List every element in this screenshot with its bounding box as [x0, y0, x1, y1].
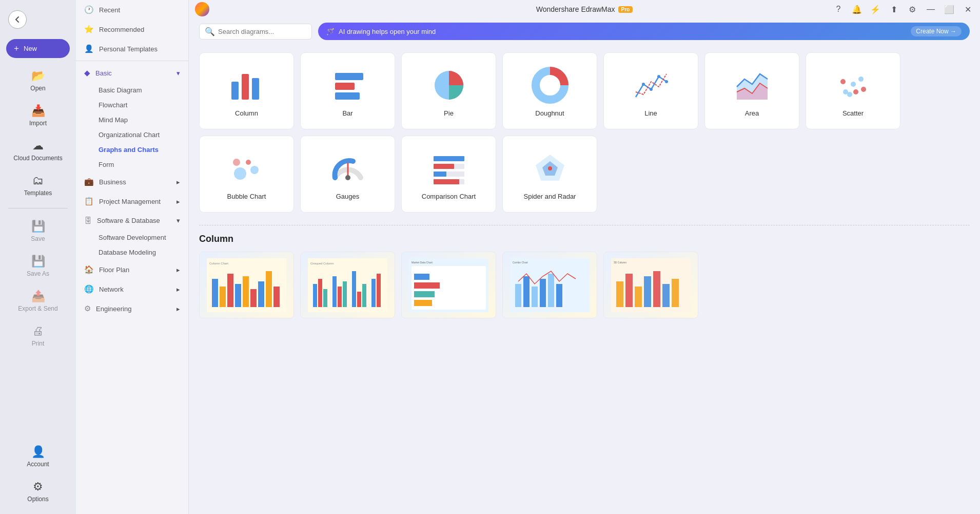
sidebar-item-save[interactable]: 💾 Save	[4, 215, 72, 248]
templates-label: Templates	[24, 189, 52, 197]
nav-section-engineering[interactable]: ⚙ Engineering ▸	[76, 299, 188, 318]
column-label: Column	[235, 109, 258, 117]
ai-banner[interactable]: 🪄 AI drawing helps open your mind Create…	[318, 23, 970, 40]
chart-card-doughnut[interactable]: Doughnut	[502, 52, 597, 129]
area-chart-icon	[732, 65, 773, 106]
chart-card-bubble[interactable]: Bubble Chart	[199, 136, 294, 213]
nav-flowchart[interactable]: Flowchart	[92, 98, 188, 112]
template-thumb-3: Market Data Chart	[402, 252, 496, 318]
nav-personal[interactable]: 👤 Personal Templates	[76, 39, 188, 59]
nav-graphs-charts[interactable]: Graphs and Charts	[92, 142, 188, 157]
chart-card-scatter[interactable]: Scatter	[806, 52, 900, 129]
svg-rect-5	[335, 92, 360, 100]
back-button[interactable]	[8, 10, 27, 29]
sidebar-item-options[interactable]: ⚙ Options	[4, 475, 72, 508]
nav-mind-map[interactable]: Mind Map	[92, 112, 188, 127]
sidebar-item-account[interactable]: 👤 Account	[4, 440, 72, 473]
sidebar-item-cloud[interactable]: ☁ Cloud Documents	[4, 134, 72, 167]
save-icon: 💾	[31, 220, 45, 233]
nav-section-network[interactable]: 🌐 Network ▸	[76, 279, 188, 299]
sidebar-item-open[interactable]: 📂 Open	[4, 64, 72, 97]
svg-point-8	[543, 78, 557, 92]
minimize-button[interactable]: —	[925, 3, 937, 15]
app-title: Wondershare EdrawMax	[536, 5, 615, 13]
search-input[interactable]	[218, 28, 306, 35]
svg-rect-58	[357, 292, 361, 307]
chart-card-line[interactable]: Line	[603, 52, 698, 129]
svg-rect-72	[523, 276, 530, 307]
line-label: Line	[644, 109, 657, 117]
svg-point-21	[840, 79, 846, 84]
sidebar-item-import[interactable]: 📥 Import	[4, 99, 72, 132]
svg-rect-3	[335, 73, 363, 80]
share-button[interactable]: ⚡	[869, 3, 881, 15]
template-card-2[interactable]: Grouped Column	[300, 252, 395, 318]
nav-basic-diagram[interactable]: Basic Diagram	[92, 83, 188, 98]
notification-button[interactable]: 🔔	[851, 3, 863, 15]
template-card-3[interactable]: Market Data Chart	[401, 252, 496, 318]
nav-recommended[interactable]: ⭐ Recommended	[76, 20, 188, 39]
nav-section-floor[interactable]: 🏠 Floor Plan ▸	[76, 260, 188, 279]
upload-button[interactable]: ⬆	[888, 3, 900, 15]
nav-section-basic[interactable]: ◆ Basic ▾	[76, 63, 188, 83]
template-card-1[interactable]: Column Chart	[199, 252, 294, 318]
svg-rect-52	[318, 279, 322, 307]
nav-section-project[interactable]: 📋 Project Management ▸	[76, 192, 188, 211]
chart-card-comparison[interactable]: Comparison Chart	[401, 136, 496, 213]
floor-icon: 🏠	[84, 265, 94, 274]
recent-icon: 🕐	[84, 5, 94, 14]
open-icon: 📂	[31, 69, 45, 83]
plus-icon: ＋	[12, 43, 21, 54]
svg-text:Column Chart: Column Chart	[209, 262, 228, 265]
nav-org-chart[interactable]: Organizational Chart	[92, 127, 188, 142]
software-icon: 🗄	[84, 216, 92, 225]
template-card-5[interactable]: 3D Column	[603, 252, 698, 318]
restore-button[interactable]: ⬜	[943, 3, 955, 15]
chart-card-column[interactable]: Column	[199, 52, 294, 129]
search-box[interactable]: 🔍	[199, 24, 312, 40]
svg-rect-1	[242, 74, 249, 100]
column-chart-icon	[226, 65, 267, 106]
close-button[interactable]: ✕	[962, 3, 974, 15]
import-label: Import	[29, 120, 47, 127]
sidebar-item-export[interactable]: 📤 Export & Send	[4, 284, 72, 317]
svg-text:Combo Chart: Combo Chart	[513, 261, 528, 264]
doughnut-chart-icon	[530, 65, 571, 106]
svg-point-19	[861, 87, 866, 92]
template-card-4[interactable]: Combo Chart	[502, 252, 597, 318]
nav-recent[interactable]: 🕐 Recent	[76, 0, 188, 20]
chart-card-bar[interactable]: Bar	[300, 52, 395, 129]
recommended-icon: ⭐	[84, 25, 94, 34]
nav-section-software[interactable]: 🗄 Software & Database ▾	[76, 211, 188, 230]
chart-card-area[interactable]: Area	[704, 52, 799, 129]
personal-icon: 👤	[84, 44, 94, 53]
create-now-button[interactable]: Create Now →	[911, 26, 962, 36]
templates-icon: 🗂	[32, 174, 44, 187]
scatter-label: Scatter	[842, 109, 864, 117]
title-bar-controls: ? 🔔 ⚡ ⬆ ⚙ — ⬜ ✕	[832, 3, 974, 15]
nav-db-model[interactable]: Database Modeling	[92, 245, 188, 260]
nav-form[interactable]: Form	[92, 157, 188, 172]
line-chart-icon	[631, 65, 672, 106]
save-label: Save	[31, 235, 45, 242]
new-button[interactable]: ＋ New	[6, 39, 70, 58]
chart-card-spider[interactable]: Spider and Radar	[502, 136, 597, 213]
svg-rect-45	[250, 289, 257, 307]
main-content: Wondershare EdrawMax Pro ? 🔔 ⚡ ⬆ ⚙ — ⬜ ✕…	[189, 0, 980, 514]
chart-card-gauges[interactable]: Gauges	[300, 136, 395, 213]
svg-rect-44	[243, 276, 249, 307]
mid-nav: 🕐 Recent ⭐ Recommended 👤 Personal Templa…	[76, 0, 189, 514]
toolbar: 🔍 🪄 AI drawing helps open your mind Crea…	[189, 18, 980, 44]
basic-sub-items: Basic Diagram Flowchart Mind Map Organiz…	[76, 83, 188, 172]
nav-section-business[interactable]: 💼 Business ▸	[76, 172, 188, 192]
svg-point-27	[345, 175, 350, 180]
sidebar-item-templates[interactable]: 🗂 Templates	[4, 169, 72, 202]
sidebar-item-save-as[interactable]: 💾 Save As	[4, 250, 72, 282]
nav-sw-dev[interactable]: Software Development	[92, 230, 188, 245]
cloud-icon: ☁	[32, 139, 44, 153]
chart-card-pie[interactable]: Pie	[401, 52, 496, 129]
help-button[interactable]: ?	[832, 3, 845, 15]
pie-chart-icon	[428, 65, 469, 106]
sidebar-item-print[interactable]: 🖨 Print	[4, 319, 72, 352]
settings-button[interactable]: ⚙	[906, 3, 918, 15]
